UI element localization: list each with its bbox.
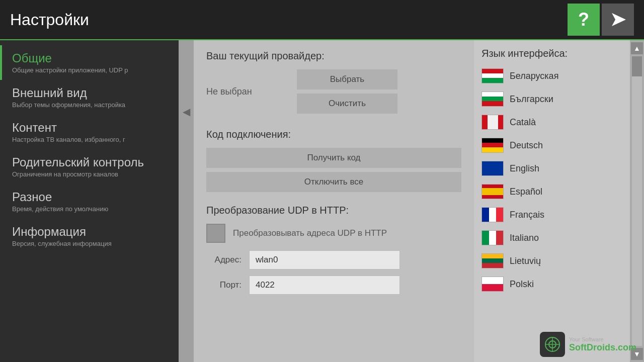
flag-es: [481, 184, 504, 199]
language-name-ca: Català: [510, 117, 536, 128]
main-layout: Общие Общие настройки приложения, UDP р …: [0, 40, 644, 362]
sidebar-item-title-info: Информация: [12, 225, 169, 239]
language-name-lt: Lietuvių: [510, 256, 541, 266]
sidebar-item-subtitle-parental: Ограничения на просмотр каналов: [12, 170, 163, 178]
sidebar: Общие Общие настройки приложения, UDP р …: [0, 40, 179, 362]
address-row: Адрес:: [206, 250, 461, 269]
language-panel: Язык интерфейса: Беларуская Български Ca…: [474, 40, 630, 362]
language-item-bg[interactable]: Български: [474, 87, 630, 111]
sidebar-item-title-content: Контент: [12, 121, 169, 135]
language-name-bg: Български: [510, 94, 553, 105]
port-input[interactable]: [249, 276, 400, 295]
udp-toggle-label: Преобразовывать адреса UDP в HTTP: [233, 228, 387, 238]
scroll-track[interactable]: [632, 56, 642, 346]
language-item-de[interactable]: Deutsch: [474, 134, 630, 157]
language-name-pl: Polski: [510, 279, 534, 290]
scroll-up-button[interactable]: ▲: [631, 42, 643, 54]
logo-icon: [543, 335, 561, 353]
flag-it: [481, 230, 504, 245]
language-item-es[interactable]: Español: [474, 180, 630, 203]
provider-buttons: Выбрать Очистить: [297, 69, 397, 114]
provider-row: Не выбран Выбрать Очистить: [206, 69, 461, 114]
content-area: ◀ Ваш текущий провайдер: Не выбран Выбра…: [179, 40, 644, 362]
language-list: Беларуская Български Català Deutsch Engl…: [474, 64, 630, 362]
language-item-fr[interactable]: Français: [474, 203, 630, 226]
sidebar-item-general[interactable]: Общие Общие настройки приложения, UDP р: [0, 45, 179, 80]
clear-provider-button[interactable]: Очистить: [297, 94, 397, 114]
sidebar-item-subtitle-content: Настройка ТВ каналов, избранного, г: [12, 136, 163, 143]
language-name-fr: Français: [510, 210, 544, 220]
arrow-left-icon: ◀: [183, 106, 190, 118]
language-name-it: Italiano: [510, 233, 539, 243]
language-item-ca[interactable]: Català: [474, 111, 630, 134]
language-name-by: Беларуская: [510, 71, 558, 81]
header-actions: ? ➤: [568, 4, 634, 36]
code-buttons: Получить код Отключить все: [206, 148, 461, 192]
udp-section: Преобразование UDP в HTTP: Преобразовыва…: [206, 205, 461, 295]
sidebar-item-title-appearance: Внешний вид: [12, 86, 169, 100]
language-item-it[interactable]: Italiano: [474, 226, 630, 249]
header: Настройки ? ➤: [0, 0, 644, 40]
provider-section: Ваш текущий провайдер: Не выбран Выбрать…: [206, 50, 461, 114]
flag-by: [481, 68, 504, 83]
language-item-en[interactable]: English: [474, 157, 630, 180]
sidebar-item-subtitle-misc: Время, действия по умолчанию: [12, 205, 163, 213]
watermark-brand: SoftDroids.com: [569, 342, 636, 353]
address-input[interactable]: [249, 250, 400, 269]
language-name-es: Español: [510, 187, 542, 197]
sidebar-item-parental[interactable]: Родительский контроль Ограничения на про…: [0, 149, 179, 184]
watermark-line1: Your Software: [569, 336, 636, 342]
language-name-en: English: [510, 163, 539, 174]
watermark-text: Your Software SoftDroids.com: [569, 336, 636, 353]
provider-value: Не выбран: [206, 86, 287, 97]
collapse-arrow[interactable]: ◀: [179, 40, 194, 362]
language-item-pl[interactable]: Polski: [474, 273, 630, 296]
sidebar-item-misc[interactable]: Разное Время, действия по умолчанию: [0, 184, 179, 219]
scrollbar: ▲ ▼: [630, 40, 644, 362]
sidebar-item-info[interactable]: Информация Версия, служебная информация: [0, 219, 179, 253]
sidebar-item-appearance[interactable]: Внешний вид Выбор темы оформления, настр…: [0, 80, 179, 115]
udp-section-title: Преобразование UDP в HTTP:: [206, 205, 461, 216]
get-code-button[interactable]: Получить код: [206, 148, 461, 168]
share-icon: ➤: [610, 9, 625, 30]
sidebar-item-title-parental: Родительский контроль: [12, 155, 169, 169]
watermark-logo: [540, 332, 565, 357]
sidebar-item-subtitle-info: Версия, служебная информация: [12, 240, 163, 247]
watermark: Your Software SoftDroids.com: [540, 332, 636, 357]
scroll-thumb: [632, 56, 642, 76]
udp-toggle-row: Преобразовывать адреса UDP в HTTP: [206, 224, 461, 243]
flag-ca: [481, 115, 504, 130]
flag-bg: [481, 92, 504, 107]
flag-lt: [481, 253, 504, 268]
sidebar-item-subtitle-general: Общие настройки приложения, UDP р: [12, 66, 163, 74]
help-button[interactable]: ?: [568, 4, 600, 36]
sidebar-item-title-general: Общие: [12, 51, 169, 65]
content-panel: Ваш текущий провайдер: Не выбран Выбрать…: [194, 40, 474, 362]
language-item-lt[interactable]: Lietuvių: [474, 249, 630, 273]
language-name-de: Deutsch: [510, 140, 543, 151]
share-button[interactable]: ➤: [602, 4, 634, 36]
language-panel-title: Язык интерфейса:: [474, 40, 630, 64]
address-label: Адрес:: [206, 255, 242, 265]
flag-de: [481, 138, 504, 153]
code-section-title: Код подключения:: [206, 129, 461, 140]
sidebar-item-title-misc: Разное: [12, 190, 169, 204]
code-section: Код подключения: Получить код Отключить …: [206, 129, 461, 192]
language-item-by[interactable]: Беларуская: [474, 64, 630, 87]
disable-all-button[interactable]: Отключить все: [206, 172, 461, 192]
help-icon: ?: [578, 9, 589, 30]
select-provider-button[interactable]: Выбрать: [297, 69, 397, 89]
flag-pl: [481, 277, 504, 292]
flag-fr: [481, 207, 504, 222]
sidebar-item-content[interactable]: Контент Настройка ТВ каналов, избранного…: [0, 115, 179, 149]
flag-en: [481, 161, 504, 176]
udp-toggle-checkbox[interactable]: [206, 224, 225, 243]
port-row: Порт:: [206, 276, 461, 295]
port-label: Порт:: [206, 280, 242, 290]
provider-section-title: Ваш текущий провайдер:: [206, 50, 461, 62]
sidebar-item-subtitle-appearance: Выбор темы оформления, настройка: [12, 101, 163, 109]
page-title: Настройки: [10, 11, 89, 29]
